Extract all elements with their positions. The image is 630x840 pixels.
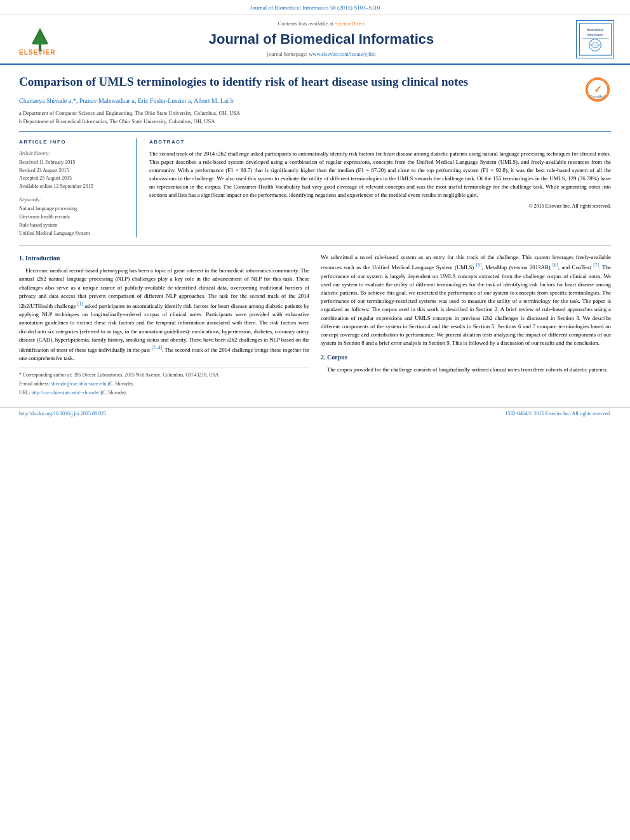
body-two-col: 1. Introduction Electronic medical recor…: [19, 253, 611, 397]
journal-title: Journal of Biomedical Informatics: [70, 30, 573, 50]
footnote-email: E-mail address: shivade@cse.ohio-state.e…: [19, 380, 309, 388]
affiliation-a: a Department of Computer Science and Eng…: [19, 109, 611, 117]
article-history-section: Article history: Received 11 February 20…: [19, 150, 128, 191]
article-title: Comparison of UMLS terminologies to iden…: [19, 74, 533, 90]
history-label: Article history:: [19, 150, 128, 157]
revised-date: Revised 23 August 2015: [19, 167, 128, 175]
abstract-body: The second track of the 2014 i2b2 challe…: [149, 150, 611, 200]
abstract-text: The second track of the 2014 i2b2 challe…: [149, 150, 611, 210]
intro-heading: 1. Introduction: [19, 253, 309, 263]
keywords-section: Keywords: Natural language processing El…: [19, 196, 128, 237]
svg-text:✓: ✓: [594, 84, 602, 95]
intro-right-para1: We submitted a novel rule-based system a…: [321, 253, 611, 347]
article-dates: Received 11 February 2015 Revised 23 Aug…: [19, 159, 128, 191]
accepted-date: Accepted 25 August 2015: [19, 175, 128, 183]
keyword-1: Natural language processing: [19, 205, 128, 213]
abstract-column: ABSTRACT The second track of the 2014 i2…: [149, 138, 611, 237]
affiliation-b: b Department of Biomedical Informatics, …: [19, 117, 611, 126]
intro-paragraph: Electronic medical record-based phenotyp…: [19, 267, 309, 363]
journal-header: ELSEVIER Contents lists available at Sci…: [0, 15, 630, 65]
crossmark-badge: ✓ CrossMark: [586, 77, 611, 103]
article-info-abstract-layout: ARTICLE INFO Article history: Received 1…: [19, 131, 611, 237]
footnotes: * Corresponding author at: 395 Dreese La…: [19, 368, 309, 396]
footnote-corresponding: * Corresponding author at: 395 Dreese La…: [19, 371, 309, 379]
article-info-column: ARTICLE INFO Article history: Received 1…: [19, 138, 137, 237]
bottom-bar: http://dx.doi.org/10.1016/j.jbi.2015.08.…: [0, 407, 630, 420]
title-area: ✓ CrossMark Comparison of UMLS terminolo…: [19, 74, 611, 90]
article-info-header: ARTICLE INFO: [19, 138, 128, 145]
sciencedirect-link[interactable]: ScienceDirect: [335, 20, 365, 27]
biomed-informatics-logo: Biomedical Informatics: [573, 20, 617, 58]
elsevier-logo: ELSEVIER: [13, 22, 70, 57]
issn-copyright: 1532-0464/© 2015 Elsevier Inc. All right…: [506, 410, 612, 417]
keyword-4: Unified Medical Language System: [19, 230, 128, 238]
page: Journal of Biomedical Informatics 58 (20…: [0, 0, 630, 840]
journal-center: Contents lists available at ScienceDirec…: [70, 20, 573, 59]
affiliations: a Department of Computer Science and Eng…: [19, 109, 611, 126]
journal-homepage: journal homepage: www.elsevier.com/locat…: [70, 51, 573, 58]
journal-citation: Journal of Biomedical Informatics 58 (20…: [250, 4, 380, 11]
corpus-heading: 2. Corpus: [321, 352, 611, 362]
doi-link[interactable]: http://dx.doi.org/10.1016/j.jbi.2015.08.…: [19, 410, 106, 417]
journal-citation-bar: Journal of Biomedical Informatics 58 (20…: [0, 0, 630, 15]
abstract-copyright: © 2015 Elsevier Inc. All rights reserved…: [149, 203, 611, 210]
body-left-col: 1. Introduction Electronic medical recor…: [19, 253, 309, 397]
corpus-para: The corpus provided for the challenge co…: [321, 366, 611, 374]
keywords-list: Natural language processing Electronic h…: [19, 205, 128, 237]
homepage-url[interactable]: www.elsevier.com/locate/yjbin: [309, 51, 375, 57]
keyword-2: Electronic health records: [19, 213, 128, 222]
keywords-label: Keywords:: [19, 196, 128, 203]
available-date: Available online 12 September 2015: [19, 183, 128, 191]
these-challenges-text: These challenges: [19, 276, 309, 290]
section-divider: [19, 245, 611, 246]
svg-text:Informatics: Informatics: [587, 33, 603, 37]
svg-text:ELSEVIER: ELSEVIER: [19, 49, 55, 56]
footnote-url: URL: http://cse.ohio-state.edu/~shivade/…: [19, 389, 309, 397]
svg-text:Biomedical: Biomedical: [587, 28, 603, 32]
svg-text:CrossMark: CrossMark: [590, 95, 606, 98]
authors-line: Chaitanya Shivade a,*, Pranav Malewadkar…: [19, 97, 611, 105]
contents-line: Contents lists available at ScienceDirec…: [70, 20, 573, 28]
keyword-3: Rule-based system: [19, 222, 128, 230]
body-right-col: We submitted a novel rule-based system a…: [321, 253, 611, 397]
abstract-header: ABSTRACT: [149, 138, 611, 145]
received-date: Received 11 February 2015: [19, 159, 128, 167]
article-content: ✓ CrossMark Comparison of UMLS terminolo…: [0, 65, 630, 407]
